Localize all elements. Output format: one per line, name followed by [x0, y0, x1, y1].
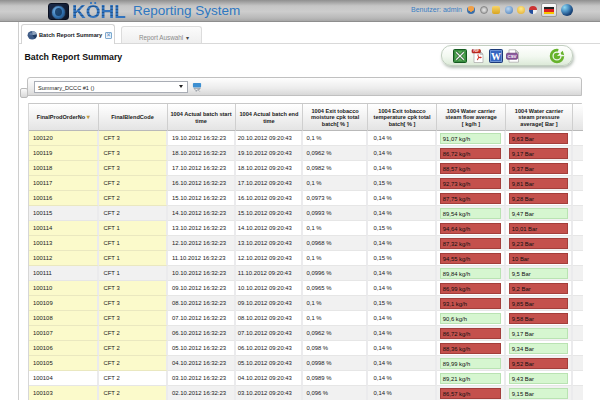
- svg-text:W: W: [491, 51, 501, 62]
- svg-text:CSV: CSV: [507, 54, 516, 59]
- svg-text:PDF: PDF: [474, 49, 480, 53]
